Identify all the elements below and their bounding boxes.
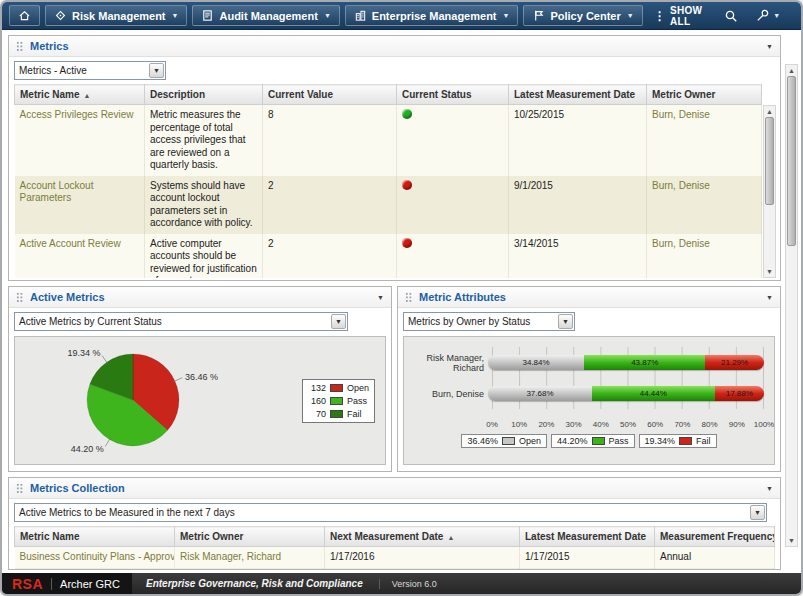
legend-swatch-pass [330, 397, 343, 405]
bar-segment-open[interactable]: 34.84% [488, 355, 584, 370]
app-window: Risk Management ▼ Audit Management ▼ Ent… [0, 0, 803, 596]
risk-management-icon [54, 9, 67, 22]
metric-latest-date: 10/25/2015 [509, 105, 647, 176]
scroll-up-icon[interactable]: ▲ [788, 65, 795, 76]
bar-segment-pass[interactable]: 43.87% [584, 355, 705, 370]
scroll-down-icon[interactable]: ▼ [766, 266, 773, 277]
chevron-down-icon: ▼ [172, 12, 179, 19]
drag-handle-icon[interactable] [16, 292, 24, 303]
table-row[interactable]: Account Lockout Parameters Systems shoul… [15, 176, 762, 234]
metric-current-status [397, 234, 509, 279]
legend-item: 44.20% Pass [551, 434, 635, 448]
metric-name-link[interactable]: Account Lockout Parameters [20, 180, 94, 204]
status-red-icon [402, 238, 412, 248]
nav-label: Policy Center [550, 10, 620, 22]
stacked-bar-chart[interactable]: Risk Manager, Richard34.84%43.87%21.29%B… [404, 337, 774, 419]
col-frequency[interactable]: Measurement Frequency [655, 527, 775, 547]
scroll-up-icon[interactable]: ▲ [766, 106, 773, 117]
bar-segment-pass[interactable]: 44.44% [592, 386, 715, 401]
tools-button[interactable]: ▼ [749, 5, 786, 26]
col-description[interactable]: Description [145, 85, 263, 105]
metric-name-link[interactable]: Business Continuity Plans - Approval [20, 551, 175, 562]
scroll-down-icon[interactable]: ▼ [788, 535, 795, 546]
metric-description: Systems should have account lockout para… [145, 176, 263, 234]
table-row[interactable]: Access Privileges Review Metric measures… [15, 105, 762, 176]
legend-swatch-pass [592, 437, 605, 445]
collection-view-selector[interactable]: Active Metrics to be Measured in the nex… [14, 503, 767, 522]
chevron-down-icon: ▼ [149, 63, 164, 78]
chevron-down-icon: ▼ [324, 12, 331, 19]
x-tick-label: 0% [486, 420, 498, 429]
metric-owner-link[interactable]: Burn, Denise [652, 238, 710, 249]
legend-count: 70 [308, 409, 326, 419]
metric-owner-link[interactable]: Burn, Denise [652, 109, 710, 120]
nav-risk-management[interactable]: Risk Management ▼ [45, 5, 187, 26]
metrics-panel-body: Metrics - Active ▼ Metric Name▲ Descript… [9, 57, 780, 281]
x-tick-label: 70% [674, 420, 690, 429]
scrollbar-thumb[interactable] [765, 117, 774, 205]
metrics-scrollbar[interactable]: ▲ ▼ [763, 105, 776, 278]
measurement-frequency: Annual [655, 568, 775, 571]
nav-enterprise-management[interactable]: Enterprise Management ▼ [345, 5, 519, 26]
nav-policy-center[interactable]: Policy Center ▼ [523, 5, 642, 26]
home-button[interactable] [9, 5, 40, 26]
col-latest-date[interactable]: Latest Measurement Date [509, 85, 647, 105]
metric-description: Metric measures the percentage of total … [145, 105, 263, 176]
drag-handle-icon[interactable] [16, 483, 24, 494]
bar-segment-fail[interactable]: 21.29% [705, 355, 764, 370]
metric-name-link[interactable]: Active Account Review [20, 238, 121, 249]
search-icon [724, 9, 738, 23]
bar-segment-fail[interactable]: 17.88% [715, 386, 764, 401]
metrics-view-selector[interactable]: Metrics - Active ▼ [14, 61, 166, 80]
bar-segment-open[interactable]: 37.68% [488, 386, 592, 401]
x-tick-label: 50% [620, 420, 636, 429]
nav-label: Enterprise Management [372, 10, 497, 22]
col-next-date[interactable]: Next Measurement Date▲ [325, 527, 520, 547]
metric-attributes-header: Metric Attributes ▼ [398, 287, 780, 308]
metrics-table-wrap: Metric Name▲ Description Current Value C… [14, 84, 762, 278]
pie-slice-label: 19.34 % [67, 348, 100, 358]
page-scrollbar[interactable]: ▲ ▼ [785, 64, 798, 547]
metrics-collection-body: Active Metrics to be Measured in the nex… [9, 499, 780, 570]
column-label: Measurement Frequency [660, 531, 775, 542]
collapse-chevron-icon[interactable]: ▼ [766, 485, 773, 492]
collapse-chevron-icon[interactable]: ▼ [766, 294, 773, 301]
nav-audit-management[interactable]: Audit Management ▼ [192, 5, 339, 26]
active-metrics-header: Active Metrics ▼ [9, 287, 391, 308]
policy-center-icon [532, 9, 545, 22]
search-button[interactable] [718, 5, 744, 26]
pie-label-leader-line [105, 438, 110, 447]
pie-legend: 132 Open 160 Pass 70 [302, 379, 375, 423]
column-label: Current Value [268, 89, 333, 100]
active-metrics-panel: Active Metrics ▼ Active Metrics by Curre… [8, 286, 392, 472]
scrollbar-thumb[interactable] [787, 76, 796, 246]
col-metric-owner[interactable]: Metric Owner [175, 527, 325, 547]
nav-label: Risk Management [72, 10, 166, 22]
metric-name-link[interactable]: Access Privileges Review [20, 109, 134, 120]
col-metric-name[interactable]: Metric Name▲ [15, 85, 145, 105]
show-all-button[interactable]: ⋮ SHOW ALL [648, 5, 709, 27]
metrics-collection-header: Metrics Collection ▼ [9, 478, 780, 499]
col-current-value[interactable]: Current Value [263, 85, 397, 105]
col-metric-owner[interactable]: Metric Owner [647, 85, 762, 105]
drag-handle-icon[interactable] [405, 292, 413, 303]
pie-chart[interactable]: 36.46 %44.20 %19.34 % [15, 337, 257, 464]
table-row[interactable]: Business Continuity Plans - Declaration … [15, 568, 775, 571]
metric-owner-link[interactable]: Risk Manager, Richard [180, 551, 281, 562]
table-row[interactable]: Business Continuity Plans - Approval Ris… [15, 547, 775, 568]
show-all-label: SHOW ALL [670, 5, 702, 27]
table-row[interactable]: Active Account Review Active computer ac… [15, 234, 762, 279]
collapse-chevron-icon[interactable]: ▼ [377, 294, 384, 301]
bar-legend: 36.46% Open 44.20% Pass 19.34% [404, 434, 774, 448]
metric-owner-link[interactable]: Burn, Denise [652, 180, 710, 191]
metric-attributes-view-selector[interactable]: Metrics by Owner by Status ▼ [403, 312, 575, 331]
sort-asc-icon: ▲ [447, 534, 454, 541]
column-label: Metric Name [20, 531, 79, 542]
col-latest-date[interactable]: Latest Measurement Date [520, 527, 655, 547]
col-metric-name[interactable]: Metric Name [15, 527, 175, 547]
legend-swatch-open [502, 437, 515, 445]
active-metrics-view-selector[interactable]: Active Metrics by Current Status ▼ [14, 312, 348, 331]
drag-handle-icon[interactable] [16, 41, 24, 52]
collapse-chevron-icon[interactable]: ▼ [766, 43, 773, 50]
col-current-status[interactable]: Current Status [397, 85, 509, 105]
